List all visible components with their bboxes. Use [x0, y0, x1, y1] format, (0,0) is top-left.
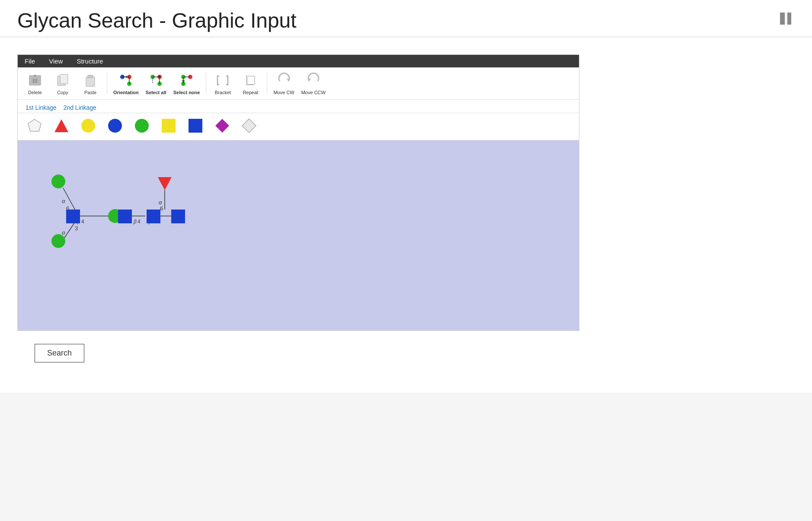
delete-label: Delete	[28, 90, 42, 95]
shape-triangle-red[interactable]	[53, 118, 70, 136]
move-ccw-icon	[305, 72, 322, 89]
paste-icon	[82, 72, 99, 89]
sep2	[206, 73, 206, 94]
move-cw-button[interactable]: Move CW	[271, 70, 297, 97]
svg-rect-11	[88, 75, 93, 78]
shape-palette	[18, 113, 579, 140]
main-content: File View Structure Delete	[0, 37, 812, 393]
repeat-label: Repeat	[243, 90, 258, 95]
select-none-label: Select none	[173, 90, 200, 95]
search-button[interactable]: Search	[35, 344, 84, 362]
orientation-icon	[117, 72, 134, 89]
page-title: Glycan Search - Graphic Input	[17, 9, 297, 32]
move-cw-label: Move CW	[273, 90, 294, 95]
bracket-label: Bracket	[215, 90, 231, 95]
select-all-button[interactable]: Select all	[143, 70, 169, 97]
svg-rect-2	[785, 13, 787, 25]
shape-circle-green[interactable]	[134, 118, 150, 136]
delete-icon	[26, 72, 44, 89]
drawing-canvas[interactable]: α 6 β 4 3 α β 4 β 4 α 6	[18, 140, 579, 330]
svg-text:6: 6	[160, 205, 163, 212]
svg-line-45	[63, 188, 76, 212]
shape-square-blue[interactable]	[187, 118, 204, 136]
select-all-label: Select all	[146, 90, 166, 95]
svg-rect-62	[66, 210, 80, 223]
svg-marker-17	[126, 76, 128, 78]
book-icon[interactable]	[777, 10, 795, 31]
shape-diamond-purple[interactable]	[214, 118, 230, 136]
svg-rect-39	[189, 119, 202, 133]
svg-text:α: α	[62, 229, 65, 236]
svg-point-60	[51, 175, 65, 188]
svg-text:4: 4	[137, 219, 141, 225]
svg-marker-41	[242, 119, 256, 133]
paste-button[interactable]: Paste	[77, 70, 103, 97]
glycan-structure: α 6 β 4 3 α β 4 β 4 α 6	[35, 158, 186, 253]
svg-marker-67	[158, 177, 172, 190]
svg-point-37	[135, 119, 149, 133]
copy-label: Copy	[57, 90, 68, 95]
sep3	[267, 73, 267, 94]
svg-marker-34	[54, 119, 68, 132]
select-none-button[interactable]: Select none	[171, 70, 203, 97]
svg-point-61	[51, 234, 65, 248]
svg-rect-64	[118, 210, 132, 223]
shape-circle-blue[interactable]	[107, 118, 123, 136]
svg-marker-40	[215, 119, 229, 133]
copy-icon	[54, 72, 71, 89]
shape-circle-yellow[interactable]	[80, 118, 96, 136]
bracket-button[interactable]: Bracket	[210, 70, 236, 97]
svg-text:4: 4	[81, 219, 84, 225]
svg-text:α: α	[62, 198, 65, 204]
move-ccw-button[interactable]: Move CCW	[299, 70, 328, 97]
move-ccw-label: Move CCW	[301, 90, 326, 95]
linkage-tab-1st[interactable]: 1st Linkage	[22, 102, 60, 113]
svg-marker-30	[182, 80, 185, 82]
menu-view[interactable]: View	[46, 57, 65, 66]
menu-structure[interactable]: Structure	[74, 57, 105, 66]
svg-point-36	[108, 119, 122, 133]
select-none-icon	[178, 72, 195, 89]
svg-rect-66	[171, 210, 185, 223]
orientation-label: Orientation	[113, 90, 139, 95]
sep1	[107, 73, 107, 94]
linkage-tab-2nd[interactable]: 2nd Linkage	[60, 102, 100, 113]
svg-rect-38	[162, 119, 176, 133]
editor-container: File View Structure Delete	[17, 54, 579, 331]
select-all-icon	[147, 72, 165, 89]
svg-text:β: β	[133, 219, 137, 225]
shape-diamond-white[interactable]	[241, 118, 257, 136]
paste-label: Paste	[84, 90, 96, 95]
move-cw-icon	[275, 72, 293, 89]
svg-text:α: α	[159, 199, 162, 206]
menu-file[interactable]: File	[22, 57, 38, 66]
svg-text:3: 3	[75, 225, 78, 232]
repeat-button[interactable]: Repeat	[237, 70, 263, 97]
svg-rect-65	[147, 210, 160, 223]
copy-button[interactable]: Copy	[50, 70, 76, 97]
svg-rect-0	[780, 13, 785, 25]
svg-rect-9	[60, 74, 68, 84]
svg-rect-10	[86, 77, 95, 86]
svg-point-35	[81, 119, 95, 133]
bracket-icon	[214, 72, 231, 89]
orientation-button[interactable]: Orientation	[111, 70, 141, 97]
shape-square-yellow[interactable]	[160, 118, 177, 136]
menu-bar: File View Structure	[18, 55, 579, 67]
search-btn-container: Search	[17, 331, 795, 375]
page-header: Glycan Search - Graphic Input	[0, 0, 812, 37]
shape-pentagon[interactable]	[26, 118, 43, 136]
repeat-icon	[242, 72, 259, 89]
delete-button[interactable]: Delete	[22, 70, 48, 97]
svg-marker-33	[28, 119, 41, 131]
toolbar: Delete Copy	[18, 67, 579, 100]
linkage-tabs: 1st Linkage 2nd Linkage	[18, 100, 579, 113]
